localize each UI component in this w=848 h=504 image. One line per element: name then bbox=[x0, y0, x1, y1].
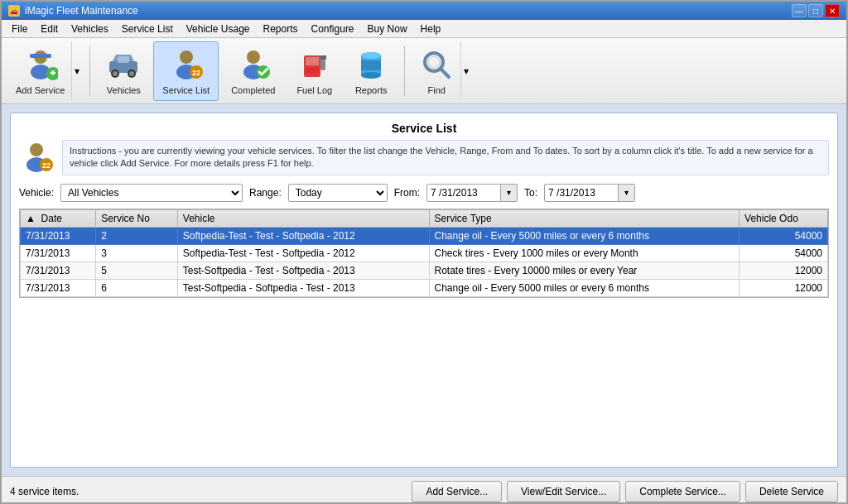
svg-point-9 bbox=[113, 71, 118, 76]
view-edit-button[interactable]: View/Edit Service... bbox=[507, 481, 620, 502]
from-date-button[interactable]: ▾ bbox=[501, 184, 518, 202]
window-controls: — □ ✕ bbox=[792, 4, 840, 17]
cell-service-type: Rotate tires - Every 10000 miles or ever… bbox=[429, 262, 740, 279]
range-label: Range: bbox=[249, 187, 282, 199]
svg-rect-5 bbox=[51, 70, 54, 74]
cell-service-type: Change oil - Every 5000 miles or every 6… bbox=[429, 279, 740, 296]
service-list-icon: 22 bbox=[169, 47, 204, 82]
svg-point-13 bbox=[180, 50, 193, 64]
table-row[interactable]: 7/31/2013 2 Softpedia-Test - Test - Soft… bbox=[21, 227, 828, 244]
reports-button[interactable]: Reports bbox=[344, 41, 398, 101]
menu-reports[interactable]: Reports bbox=[256, 21, 304, 37]
fuel-log-button[interactable]: Fuel Log bbox=[287, 41, 341, 101]
vehicles-icon bbox=[106, 47, 141, 82]
add-service-status-button[interactable]: Add Service... bbox=[412, 481, 502, 502]
cell-date: 7/31/2013 bbox=[21, 279, 96, 296]
svg-rect-29 bbox=[361, 60, 381, 70]
to-date-button[interactable]: ▾ bbox=[619, 184, 635, 202]
add-service-icon bbox=[23, 47, 58, 82]
menu-help[interactable]: Help bbox=[414, 21, 448, 37]
to-date-input[interactable] bbox=[544, 184, 619, 202]
svg-text:22: 22 bbox=[192, 69, 200, 77]
vehicles-button[interactable]: Vehicles bbox=[97, 41, 150, 101]
toolbar: Add Service ▾ Vehicles bbox=[2, 38, 846, 104]
close-button[interactable]: ✕ bbox=[825, 4, 840, 17]
col-date[interactable]: ▲ Date bbox=[21, 209, 96, 227]
find-split: Find ▾ bbox=[412, 41, 472, 101]
service-table: ▲ Date Service No Vehicle Service Type V… bbox=[20, 209, 828, 297]
delete-service-button[interactable]: Delete Service bbox=[745, 481, 838, 502]
vehicle-select[interactable]: All Vehicles Softpedia-Test - Test - Sof… bbox=[60, 184, 243, 202]
menu-service-list[interactable]: Service List bbox=[115, 21, 180, 37]
to-date-group: ▾ bbox=[544, 184, 635, 202]
status-bar: 4 service items. Add Service... View/Edi… bbox=[2, 476, 846, 504]
cell-service-no: 2 bbox=[96, 227, 178, 244]
cell-service-type: Change oil - Every 5000 miles or every 6… bbox=[429, 227, 740, 244]
toolbar-sep-2 bbox=[404, 46, 405, 96]
service-list-button[interactable]: 22 Service List bbox=[153, 41, 219, 101]
svg-line-31 bbox=[441, 69, 449, 77]
cell-service-type: Check tires - Every 1000 miles or every … bbox=[429, 244, 740, 262]
add-service-button[interactable]: Add Service bbox=[8, 41, 71, 101]
minimize-button[interactable]: — bbox=[792, 4, 807, 17]
vehicles-label: Vehicles bbox=[107, 85, 141, 95]
find-dropdown[interactable]: ▾ bbox=[460, 41, 472, 101]
svg-point-17 bbox=[247, 50, 260, 64]
add-service-dropdown[interactable]: ▾ bbox=[71, 41, 83, 101]
table-row[interactable]: 7/31/2013 3 Softpedia-Test - Test - Soft… bbox=[21, 244, 828, 262]
to-label: To: bbox=[524, 187, 537, 199]
fuel-log-icon bbox=[297, 47, 332, 82]
col-service-no[interactable]: Service No bbox=[96, 209, 178, 227]
svg-point-33 bbox=[30, 143, 43, 156]
completed-button[interactable]: Completed bbox=[222, 41, 284, 101]
instructions-text: Instructions - you are currently viewing… bbox=[62, 140, 829, 175]
find-button[interactable]: Find bbox=[412, 41, 460, 101]
service-table-container: ▲ Date Service No Vehicle Service Type V… bbox=[19, 209, 829, 298]
cell-vehicle: Softpedia-Test - Test - Softpedia - 2012 bbox=[177, 227, 429, 244]
svg-rect-1 bbox=[30, 54, 51, 58]
filter-row: Vehicle: All Vehicles Softpedia-Test - T… bbox=[19, 184, 829, 202]
range-select[interactable]: Today This Week This Month This Year Cus… bbox=[288, 184, 388, 202]
table-header-row: ▲ Date Service No Vehicle Service Type V… bbox=[21, 209, 828, 227]
reports-icon bbox=[354, 47, 388, 82]
maximize-button[interactable]: □ bbox=[808, 4, 823, 17]
find-icon bbox=[419, 47, 454, 82]
svg-rect-12 bbox=[118, 56, 129, 63]
complete-service-button[interactable]: Complete Service... bbox=[625, 481, 740, 502]
svg-point-27 bbox=[361, 72, 381, 79]
status-text: 4 service items. bbox=[10, 486, 79, 497]
menu-buy-now[interactable]: Buy Now bbox=[361, 21, 414, 37]
svg-rect-21 bbox=[306, 57, 319, 65]
svg-point-32 bbox=[428, 56, 440, 68]
cell-vehicle: Test-Softpedia - Softpedia - Test - 2013 bbox=[177, 279, 429, 296]
svg-text:22: 22 bbox=[42, 161, 51, 170]
menu-edit[interactable]: Edit bbox=[34, 21, 65, 37]
add-service-split: Add Service ▾ bbox=[8, 41, 83, 101]
menu-file[interactable]: File bbox=[5, 21, 34, 37]
title-left: 🚗 iMagic Fleet Maintenance bbox=[8, 5, 138, 17]
window-title: iMagic Fleet Maintenance bbox=[25, 5, 138, 17]
completed-icon bbox=[236, 47, 271, 82]
svg-rect-24 bbox=[306, 67, 319, 74]
menu-configure[interactable]: Configure bbox=[305, 21, 361, 37]
panel-title: Service List bbox=[19, 122, 829, 135]
fuel-log-label: Fuel Log bbox=[296, 85, 332, 95]
svg-rect-22 bbox=[320, 59, 325, 70]
from-date-input[interactable] bbox=[426, 184, 501, 202]
cell-service-no: 3 bbox=[96, 244, 178, 262]
table-row[interactable]: 7/31/2013 5 Test-Softpedia - Test - Soft… bbox=[21, 262, 828, 279]
title-bar: 🚗 iMagic Fleet Maintenance — □ ✕ bbox=[2, 2, 846, 20]
menu-vehicles[interactable]: Vehicles bbox=[65, 21, 115, 37]
table-body: 7/31/2013 2 Softpedia-Test - Test - Soft… bbox=[21, 227, 828, 296]
cell-service-no: 6 bbox=[96, 279, 178, 296]
col-vehicle[interactable]: Vehicle bbox=[177, 209, 429, 227]
menu-vehicle-usage[interactable]: Vehicle Usage bbox=[180, 21, 257, 37]
instructions-avatar: 22 bbox=[19, 140, 54, 175]
reports-label: Reports bbox=[355, 85, 388, 95]
cell-vehicle-odo: 12000 bbox=[740, 279, 828, 296]
col-service-type[interactable]: Service Type bbox=[429, 209, 740, 227]
col-vehicle-odo[interactable]: Vehicle Odo bbox=[740, 209, 828, 227]
service-list-label: Service List bbox=[162, 85, 210, 95]
table-row[interactable]: 7/31/2013 6 Test-Softpedia - Softpedia -… bbox=[21, 279, 828, 296]
service-panel: Service List 22 Instructions - you are c… bbox=[10, 113, 838, 468]
